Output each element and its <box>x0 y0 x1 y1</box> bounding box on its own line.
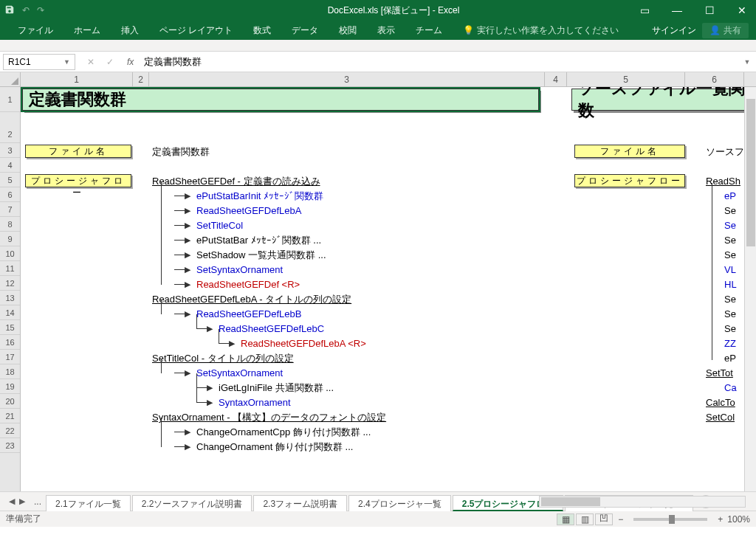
row-header[interactable]: 3 <box>0 143 20 158</box>
row-header[interactable]: 19 <box>0 379 20 394</box>
sheet-tab[interactable]: 2.3フォーム説明書 <box>253 495 347 511</box>
row-header[interactable]: 1 <box>0 87 20 112</box>
zoom-out-icon[interactable]: − <box>618 514 623 525</box>
tab-home[interactable]: ホーム <box>63 21 111 40</box>
sheet-tab[interactable]: 2.1ファイル一覧 <box>46 495 131 511</box>
formula-input[interactable]: 定義書関数群 <box>138 55 738 69</box>
arrow-icon: ▶ <box>185 443 190 451</box>
vertical-scrollbar[interactable] <box>744 87 756 491</box>
tab-team[interactable]: チーム <box>405 21 453 40</box>
grid[interactable]: 1 2 3 4 5 6 7 8 9 10 11 12 13 14 15 16 1… <box>0 87 756 491</box>
tab-review[interactable]: 校閲 <box>329 21 367 40</box>
scroll-thumb[interactable] <box>541 497 600 506</box>
flow-line: SetTitleCol - タイトルの列の設定 <box>152 351 294 366</box>
row-header[interactable]: 9 <box>0 232 20 246</box>
window-title: DocExcel.xls [保護ビュー] - Excel <box>152 4 635 17</box>
row-header[interactable]: 4 <box>0 158 20 173</box>
row-header[interactable]: 18 <box>0 364 20 379</box>
row-header[interactable]: 6 <box>0 187 20 202</box>
tab-layout[interactable]: ページ レイアウト <box>149 21 243 40</box>
section-title-b[interactable]: ソースファイル一覧関数 <box>571 89 756 111</box>
row-header[interactable]: 20 <box>0 394 20 409</box>
tab-formula[interactable]: 数式 <box>243 21 281 40</box>
chevron-down-icon[interactable]: ▼ <box>63 58 70 66</box>
arrow-icon: ▶ <box>207 325 213 333</box>
tree-line <box>174 284 185 285</box>
maximize-icon[interactable]: ☐ <box>700 4 719 16</box>
row-header[interactable]: 16 <box>0 335 20 350</box>
zoom-slider[interactable] <box>633 518 707 521</box>
next-icon[interactable]: ▶ <box>19 497 25 506</box>
tab-insert[interactable]: 挿入 <box>111 21 149 40</box>
cell: CalcTo <box>706 395 735 410</box>
flow-line: ReadSheetGEFDef - 定義書の読み込み <box>152 174 320 189</box>
cells-area[interactable]: 定義書関数群 ソースファイル一覧関数 ファイル名 プロシージャフロー ファイル名… <box>21 87 756 491</box>
close-icon[interactable]: ✕ <box>732 4 752 16</box>
title-bar: ↶ ↷ DocExcel.xls [保護ビュー] - Excel ▭ ― ☐ ✕ <box>0 0 756 21</box>
tab-file[interactable]: ファイル <box>7 21 63 40</box>
minimize-icon[interactable]: ― <box>667 4 687 16</box>
sheet-tab[interactable]: 2.2ソースファイル説明書 <box>132 495 252 511</box>
row-header[interactable]: 8 <box>0 217 20 232</box>
cancel-icon[interactable]: ✕ <box>87 57 94 67</box>
row-header[interactable]: 13 <box>0 291 20 305</box>
name-box[interactable]: R1C1▼ <box>3 54 75 70</box>
fx-icon[interactable]: fx <box>123 57 138 67</box>
enter-icon[interactable]: ✓ <box>106 57 114 67</box>
row-header[interactable]: 21 <box>0 409 20 423</box>
col-header[interactable]: 4 <box>545 72 567 86</box>
row-header[interactable]: 7 <box>0 202 20 217</box>
view-normal-icon[interactable]: ▦ <box>557 513 574 525</box>
sheet-tab[interactable]: 2.4プロシージャ一覧 <box>348 495 451 511</box>
scroll-thumb[interactable] <box>746 99 755 246</box>
tree-line <box>174 225 185 226</box>
more-tabs-left[interactable]: ... <box>31 497 44 507</box>
flow-line: ReadSheetGEFDefLebA <box>196 204 301 218</box>
formula-bar: R1C1▼ ✕ ✓ fx 定義書関数群 ▼ <box>0 52 756 72</box>
col-header[interactable]: 1 <box>21 72 133 86</box>
signin-link[interactable]: サインイン <box>646 24 702 37</box>
row-header[interactable]: 12 <box>0 276 20 291</box>
row-header[interactable]: 22 <box>0 423 20 438</box>
cell: ZZ <box>724 336 736 351</box>
col-header[interactable]: 2 <box>133 72 149 86</box>
zoom-in-icon[interactable]: + <box>718 514 723 525</box>
col-header[interactable]: 6 <box>685 72 744 86</box>
row-header[interactable]: 10 <box>0 246 20 261</box>
row-header[interactable]: 17 <box>0 350 20 364</box>
label-flow-a: プロシージャフロー <box>25 174 131 187</box>
sheet-nav[interactable]: ◀▶ <box>4 497 30 506</box>
cell: Se <box>724 248 736 263</box>
row-header[interactable]: 5 <box>0 173 20 187</box>
arrow-icon: ▶ <box>185 428 190 436</box>
formula-expand-icon[interactable]: ▼ <box>738 58 756 66</box>
flow-line: ChangeOrnament 飾り付け関数群 ... <box>196 440 353 454</box>
tab-data[interactable]: データ <box>281 21 329 40</box>
view-break-icon[interactable]: 凹 <box>595 513 613 525</box>
select-all-corner[interactable] <box>0 72 21 86</box>
tree-line <box>196 373 197 403</box>
row-header[interactable]: 2 <box>0 112 20 143</box>
redo-icon[interactable]: ↷ <box>37 5 44 15</box>
tab-view[interactable]: 表示 <box>367 21 405 40</box>
col-header[interactable]: 5 <box>567 72 685 86</box>
row-header[interactable]: 15 <box>0 320 20 335</box>
horizontal-scrollbar[interactable] <box>539 496 746 508</box>
row-header[interactable]: 11 <box>0 261 20 276</box>
tree-line <box>219 329 219 344</box>
save-icon[interactable] <box>4 4 15 17</box>
zoom-level[interactable]: 100% <box>727 514 750 525</box>
section-title-a[interactable]: 定義書関数群 <box>22 89 539 111</box>
name-box-value: R1C1 <box>8 57 31 67</box>
prev-icon[interactable]: ◀ <box>9 497 15 506</box>
col-header[interactable]: 3 <box>149 72 545 86</box>
row-header[interactable]: 14 <box>0 305 20 320</box>
undo-icon[interactable]: ↶ <box>22 5 30 15</box>
row-header[interactable]: 23 <box>0 438 20 453</box>
status-bar: 準備完了 ▦ ▥ 凹 − + 100% <box>0 511 756 527</box>
ribbon-options-icon[interactable]: ▭ <box>635 4 654 16</box>
tell-me[interactable]: 💡実行したい作業を入力してください <box>453 21 629 40</box>
person-icon: 👤 <box>709 25 721 35</box>
view-layout-icon[interactable]: ▥ <box>576 513 594 525</box>
share-button[interactable]: 👤共有 <box>702 23 749 38</box>
